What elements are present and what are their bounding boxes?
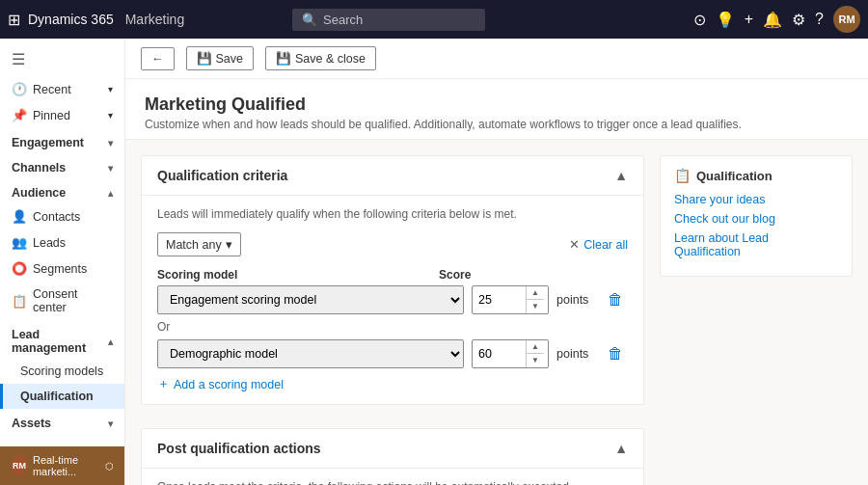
page-title: Marketing Qualified	[145, 94, 849, 115]
criteria-controls: Match any ▾ ✕ Clear all	[157, 232, 628, 256]
workspace-expand[interactable]: ⬡	[105, 461, 114, 472]
sidebar-item-segments[interactable]: ⭕ Segments	[0, 256, 124, 282]
score-spinners-2: ▲ ▼	[526, 340, 544, 367]
right-panel: 📋 Qualification Share your ideas Check o…	[660, 155, 853, 485]
delete-row-2[interactable]: 🗑	[603, 345, 628, 363]
score-down-2[interactable]: ▼	[527, 354, 544, 367]
circle-icon[interactable]: ⊙	[693, 11, 706, 29]
sidebar-item-contacts[interactable]: 👤 Contacts	[0, 203, 124, 229]
qualification-criteria-card: Qualification criteria ▲ Leads will imme…	[141, 155, 644, 405]
post-collapse-icon[interactable]: ▲	[614, 441, 628, 456]
score-up-1[interactable]: ▲	[527, 286, 544, 300]
scoring-model-select-2[interactable]: Demographic model	[157, 339, 464, 368]
sidebar-section-assets[interactable]: Assets ▾	[0, 409, 124, 434]
match-chevron: ▾	[226, 237, 232, 252]
workspace-indicator[interactable]: RM Real-time marketi... ⬡	[0, 446, 125, 485]
add-icon[interactable]: +	[745, 11, 753, 28]
sub-toolbar: ← 💾 Save 💾 Save & close	[125, 39, 868, 79]
sidebar-section-audience[interactable]: Audience ▴	[0, 178, 124, 203]
recent-icon: 🕐	[12, 82, 27, 96]
scoring-model-select-1[interactable]: Engagement scoring model	[157, 285, 464, 314]
nav-icons: ⊙ 💡 + 🔔 ⚙ ? RM	[693, 6, 860, 33]
page-description: Customize when and how leads should be q…	[145, 118, 849, 131]
scoring-header: Scoring model Score	[157, 268, 628, 282]
sidebar-section-lead-mgmt[interactable]: Lead management ▴	[0, 320, 124, 359]
score-input-wrap-2: ▲ ▼	[472, 339, 549, 368]
leads-icon: 👥	[12, 235, 27, 250]
score-up-2[interactable]: ▲	[527, 340, 544, 354]
settings-icon[interactable]: ⚙	[792, 11, 805, 29]
save-icon: 💾	[197, 51, 212, 66]
main-content: ← 💾 Save 💾 Save & close Marketing Qualif…	[125, 39, 868, 485]
add-model-icon: ＋	[157, 376, 170, 392]
scoring-table: Scoring model Score Engagement scoring m…	[157, 268, 628, 392]
save-close-button[interactable]: 💾 Save & close	[265, 46, 376, 70]
learn-link[interactable]: Learn about Lead Qualification	[674, 231, 838, 258]
grid-icon[interactable]: ⊞	[8, 11, 20, 29]
sidebar-item-recent[interactable]: 🕐 Recent ▾	[0, 76, 124, 102]
module-name: Marketing	[125, 12, 184, 27]
table-row: Engagement scoring model ▲ ▼ points	[157, 285, 628, 314]
delete-row-1[interactable]: 🗑	[603, 291, 628, 309]
search-input[interactable]	[323, 13, 468, 27]
bell-icon[interactable]: 🔔	[763, 11, 782, 29]
channels-chevron: ▾	[108, 163, 113, 174]
search-icon: 🔍	[302, 13, 317, 27]
sidebar-item-pinned[interactable]: 📌 Pinned ▾	[0, 102, 124, 128]
search-bar[interactable]: 🔍	[292, 9, 485, 31]
score-down-1[interactable]: ▼	[527, 300, 544, 313]
top-navigation: ⊞ Dynamics 365 Marketing 🔍 ⊙ 💡 + 🔔 ⚙ ? R…	[0, 0, 868, 39]
lightbulb-icon[interactable]: 💡	[716, 11, 735, 29]
post-note: Once leads meet the criteria, the follow…	[157, 480, 628, 485]
lead-mgmt-chevron: ▴	[108, 337, 113, 347]
main-layout: ☰ 🕐 Recent ▾ 📌 Pinned ▾ Engagement ▾ Cha…	[0, 39, 868, 485]
sidebar-item-scoring-models[interactable]: Scoring models	[0, 359, 124, 384]
criteria-title: Qualification criteria	[157, 168, 287, 183]
save-button[interactable]: 💾 Save	[186, 46, 255, 70]
segments-icon: ⭕	[12, 261, 27, 276]
criteria-collapse-icon[interactable]: ▲	[614, 168, 628, 183]
sidebar-item-qualification[interactable]: Qualification	[0, 384, 124, 409]
blog-link[interactable]: Check out our blog	[674, 212, 838, 226]
post-card-body: Once leads meet the criteria, the follow…	[142, 469, 643, 485]
app-name: Dynamics 365	[28, 12, 114, 27]
match-dropdown[interactable]: Match any ▾	[157, 232, 241, 256]
add-scoring-model-button[interactable]: ＋ Add a scoring model	[157, 376, 284, 392]
save-close-icon: 💾	[276, 51, 291, 66]
score-spinners-1: ▲ ▼	[526, 286, 544, 313]
sidebar-item-leads[interactable]: 👥 Leads	[0, 229, 124, 256]
post-title: Post qualification actions	[157, 441, 321, 456]
model-col-header: Scoring model	[157, 268, 431, 282]
sidebar: ☰ 🕐 Recent ▾ 📌 Pinned ▾ Engagement ▾ Cha…	[0, 39, 125, 485]
clear-x-icon: ✕	[569, 237, 580, 252]
pinned-chevron: ▾	[108, 110, 113, 121]
qualification-help-card: 📋 Qualification Share your ideas Check o…	[660, 155, 853, 277]
workspace-avatar: RM	[12, 455, 27, 476]
score-input-2[interactable]	[473, 343, 526, 364]
workspace-name: Real-time marketi...	[33, 454, 99, 477]
content-area: Qualification criteria ▲ Leads will imme…	[125, 140, 868, 485]
user-avatar[interactable]: RM	[833, 6, 860, 33]
sidebar-section-engagement[interactable]: Engagement ▾	[0, 128, 124, 153]
points-label-1: points	[556, 293, 595, 307]
table-row: Demographic model ▲ ▼ points	[157, 339, 628, 368]
points-label-2: points	[556, 347, 595, 361]
clear-all-button[interactable]: ✕ Clear all	[569, 237, 628, 252]
help-card-icon: 📋	[674, 168, 691, 183]
back-button[interactable]: ←	[141, 47, 175, 70]
recent-chevron: ▾	[108, 84, 113, 94]
sidebar-item-consent[interactable]: 📋 Consent center	[0, 282, 124, 320]
engagement-chevron: ▾	[108, 138, 113, 148]
consent-icon: 📋	[12, 294, 27, 309]
help-icon[interactable]: ?	[815, 11, 824, 28]
share-ideas-link[interactable]: Share your ideas	[674, 193, 838, 206]
left-column: Qualification criteria ▲ Leads will imme…	[141, 155, 644, 485]
pin-icon: 📌	[12, 108, 27, 122]
criteria-card-header: Qualification criteria ▲	[142, 156, 643, 196]
assets-chevron: ▾	[108, 418, 113, 429]
sidebar-section-channels[interactable]: Channels ▾	[0, 153, 124, 178]
score-input-1[interactable]	[473, 289, 526, 310]
sidebar-hamburger[interactable]: ☰	[0, 42, 124, 76]
post-qualification-card: Post qualification actions ▲ Once leads …	[141, 428, 644, 485]
score-input-wrap-1: ▲ ▼	[472, 285, 549, 314]
